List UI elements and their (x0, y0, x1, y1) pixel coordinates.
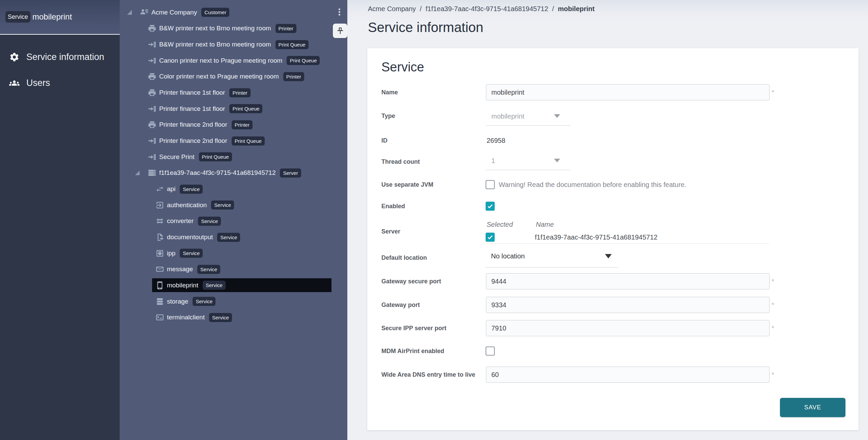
tree-item-type-badge: Print Queue (276, 40, 309, 49)
tree-item-label: Acme Company (151, 9, 197, 16)
tree-item[interactable]: ippService (120, 245, 347, 261)
jvm-warning-text: Warning! Read the documentation before e… (499, 181, 686, 189)
sidebar-item-users[interactable]: Users (0, 70, 120, 96)
authentication-icon (155, 201, 164, 210)
tree-item-label: authentication (167, 201, 207, 209)
kebab-menu-icon[interactable] (339, 8, 341, 17)
sidebar-item-service-information[interactable]: Service information (0, 44, 120, 70)
tree-item-label: B&W printer next to Brno meeting room (159, 41, 271, 48)
tree-item[interactable]: Printer finance 1st floorPrint Queue (120, 101, 347, 117)
tree-item-label: f1f1ea39-7aac-4f3c-9715-41a681945712 (159, 169, 276, 177)
storage-icon (155, 297, 164, 306)
save-button[interactable]: SAVE (780, 398, 845, 417)
entity-type-badge: Service (5, 11, 30, 23)
use-separate-jvm-checkbox[interactable] (486, 180, 495, 189)
tree-item-label: Printer finance 2nd floor (159, 137, 227, 145)
customer-icon (140, 8, 149, 17)
sidebar: Service mobileprint Service information … (0, 0, 120, 440)
tree-item-type-badge: Service (180, 249, 203, 258)
tree-item[interactable]: f1f1ea39-7aac-4f3c-9715-41a681945712Serv… (120, 165, 347, 181)
tree-item[interactable]: Printer finance 2nd floorPrint Queue (120, 133, 347, 149)
breadcrumb: Acme Company / f1f1ea39-7aac-4f3c-9715-4… (368, 5, 595, 13)
tree-item[interactable]: Acme CompanyCustomer (120, 4, 347, 21)
tree-item[interactable]: B&W printer next to Brno meeting roomPri… (120, 36, 347, 53)
enabled-checkbox[interactable] (486, 202, 495, 211)
expand-arrow-icon[interactable] (135, 170, 140, 175)
app: Service mobileprint Service information … (0, 0, 868, 440)
tree-item-type-badge: Service (198, 217, 221, 226)
tree-item-label: converter (167, 217, 194, 225)
tree-item-label: Printer finance 2nd floor (159, 121, 227, 128)
tree-item-label: Canon printer next to Prague meeting roo… (159, 57, 282, 64)
gateway-secure-port-input[interactable] (486, 273, 770, 289)
tree-item-type-badge: Print Queue (199, 152, 232, 161)
print-queue-icon (148, 104, 156, 113)
tree-item[interactable]: apiService (120, 181, 347, 197)
tree-item[interactable]: Canon printer next to Prague meeting roo… (120, 53, 347, 69)
sidebar-nav: Service information Users (0, 44, 120, 96)
tree-item[interactable]: documentoutputService (120, 229, 347, 245)
gear-icon (9, 52, 20, 62)
tree-item-label: api (167, 185, 175, 193)
expand-arrow-icon[interactable] (127, 10, 132, 15)
tree-item-label: message (167, 265, 193, 273)
tree-item[interactable]: Secure PrintPrint Queue (120, 149, 347, 165)
users-icon (9, 78, 20, 88)
tree-item[interactable]: storageService (120, 293, 347, 310)
print-queue-icon (148, 153, 156, 161)
printer-icon (148, 120, 156, 129)
main-content: Acme Company / f1f1ea39-7aac-4f3c-9715-4… (347, 0, 868, 440)
form-row-enabled: Enabled (367, 198, 859, 214)
tree-item-label: Secure Print (159, 153, 195, 161)
ipp-icon (155, 249, 164, 258)
server-checkbox[interactable] (486, 233, 495, 242)
use-separate-jvm-label: Use separate JVM (381, 181, 433, 188)
name-input[interactable] (486, 84, 770, 100)
tree-item[interactable]: converterService (120, 213, 347, 229)
default-location-select[interactable]: No location (486, 249, 618, 268)
tree-item-type-badge: Printer (232, 120, 253, 129)
server-row-divider (486, 243, 769, 244)
secure-ipp-server-port-label: Secure IPP server port (381, 325, 446, 332)
tree-item[interactable]: Printer finance 2nd floorPrinter (120, 117, 347, 133)
type-label: Type (381, 113, 395, 120)
wide-area-dns-ttl-input[interactable] (486, 367, 770, 383)
form-row-secure-ipp-server-port: Secure IPP server port * (367, 320, 859, 336)
mdm-airprint-checkbox[interactable] (486, 347, 495, 356)
tree-item-type-badge: Service (197, 265, 220, 274)
id-label: ID (381, 137, 387, 144)
breadcrumb-server[interactable]: f1f1ea39-7aac-4f3c-9715-41a681945712 (426, 5, 548, 12)
thread-count-select[interactable]: 1 (486, 153, 570, 170)
sidebar-item-label: Service information (26, 52, 104, 62)
tree-item-type-badge: Customer (201, 8, 229, 17)
terminalclient-icon (155, 313, 164, 322)
sidebar-title: mobileprint (32, 11, 72, 23)
tree-item-type-badge: Print Queue (232, 136, 265, 146)
tree-item[interactable]: B&W printer next to Brno meeting roomPri… (120, 21, 347, 37)
tree-item-type-badge: Service (180, 185, 203, 194)
tree-item[interactable]: terminalclientService (120, 309, 347, 325)
enabled-label: Enabled (381, 203, 405, 210)
service-card: Service Name * Type mobileprint ID 26958 (367, 48, 859, 430)
mobileprint-icon (155, 281, 164, 290)
type-select[interactable]: mobileprint (486, 109, 570, 126)
breadcrumb-customer[interactable]: Acme Company (368, 5, 416, 12)
tree-item-type-badge: Printer (283, 72, 304, 81)
tree-item[interactable]: mobileprintService (120, 277, 347, 293)
tree-item-type-badge: Print Queue (287, 56, 320, 65)
breadcrumb-current: mobileprint (558, 5, 595, 12)
sidebar-header: Service mobileprint (0, 0, 120, 35)
tree-item[interactable]: authenticationService (120, 197, 347, 213)
secure-ipp-server-port-input[interactable] (486, 320, 770, 336)
tree-item[interactable]: messageService (120, 261, 347, 278)
name-label: Name (381, 89, 398, 96)
tree-item-label: Printer finance 1st floor (159, 89, 225, 96)
tree-item-type-badge: Printer (229, 88, 250, 97)
tree-item[interactable]: Printer finance 1st floorPrinter (120, 85, 347, 101)
gateway-port-input[interactable] (486, 297, 770, 313)
form-row-name: Name * (367, 84, 859, 100)
tree-item[interactable]: Color printer next to Prague meeting roo… (120, 69, 347, 85)
pin-button[interactable] (333, 24, 347, 38)
tree-item-label: terminalclient (167, 314, 205, 321)
server-name: f1f1ea39-7aac-4f3c-9715-41a681945712 (535, 233, 658, 241)
